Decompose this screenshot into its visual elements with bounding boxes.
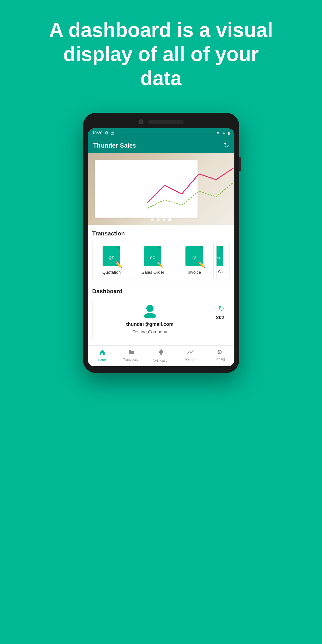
cash-icon-wrap: CA <box>216 246 230 266</box>
dot-4-active[interactable] <box>168 218 171 222</box>
signal-icon: ▲ <box>222 131 226 136</box>
sales-order-code: SO <box>150 256 156 260</box>
dashboard-right: ↻ 202 <box>207 304 224 320</box>
status-time: 10:26 <box>92 131 103 136</box>
phone-mockup: 10:26 ⚙ ◎ ▼ ▲ ▮ Thunder Sales ↻ <box>83 113 239 373</box>
svg-point-5 <box>160 354 162 355</box>
invoice-code: IV <box>192 256 196 260</box>
invoice-label: Invoice <box>188 270 201 275</box>
app-title: Thunder Sales <box>93 142 136 149</box>
speaker-grille <box>148 120 184 124</box>
invoice-icon-wrap: IV ✏️ <box>185 246 203 266</box>
pencil-icon-invoice: ✏️ <box>198 261 205 268</box>
cash-code: CA <box>217 256 221 260</box>
sales-order-label: Sales Order <box>142 270 164 275</box>
dashboard-company: Testing Company <box>132 330 167 334</box>
banner-carousel[interactable] <box>88 153 234 225</box>
nav-item-setting[interactable]: ⚙ Setting <box>205 349 234 362</box>
sales-order-icon-wrap: SO ✏️ <box>144 246 162 266</box>
pencil-icon-quotation: ✏️ <box>115 261 122 268</box>
settings-icon: ⚙ <box>217 349 222 356</box>
dashboard-section: Dashboard thunder@gmail.com Te <box>88 282 234 346</box>
hero-title: A dashboard is a visual display of all o… <box>45 18 277 90</box>
transaction-section: Transaction QT ✏️ Quotation <box>88 225 234 282</box>
svg-rect-4 <box>161 349 162 350</box>
nav-item-transaction[interactable]: Transaction <box>117 349 146 362</box>
bottom-nav: Home Transaction <box>88 346 234 366</box>
home-icon <box>99 349 105 357</box>
transaction-title: Transaction <box>92 230 230 237</box>
nav-item-report[interactable]: Report <box>176 349 205 362</box>
folder-icon <box>128 349 135 356</box>
background-bottom <box>0 373 322 644</box>
quotation-icon-wrap: QT ✏️ <box>103 246 120 266</box>
dashboard-title: Dashboard <box>92 288 230 295</box>
dot-3[interactable] <box>162 218 166 222</box>
quotation-label: Quotation <box>102 270 121 275</box>
svg-point-0 <box>146 305 154 312</box>
status-bar: 10:26 ⚙ ◎ ▼ ▲ ▮ <box>88 128 234 138</box>
svg-rect-3 <box>160 353 162 354</box>
nav-item-notification[interactable]: Notification <box>146 349 176 362</box>
phone-top-bar <box>88 120 234 124</box>
nav-item-home[interactable]: Home <box>88 349 117 362</box>
phone-body: 10:26 ⚙ ◎ ▼ ▲ ▮ Thunder Sales ↻ <box>83 113 239 373</box>
nav-label-home: Home <box>98 358 107 362</box>
power-button <box>239 158 241 171</box>
nav-label-setting: Setting <box>215 357 225 361</box>
gear-icon: ⚙ <box>105 130 108 136</box>
transaction-item-cash[interactable]: CA Cas… <box>216 241 230 280</box>
sync-icon[interactable]: ↻ <box>218 304 224 313</box>
refresh-icon[interactable]: ↻ <box>224 142 229 149</box>
battery-icon: ▮ <box>228 130 230 136</box>
status-left: 10:26 ⚙ ◎ <box>92 130 114 136</box>
phone-screen: 10:26 ⚙ ◎ ▼ ▲ ▮ Thunder Sales ↻ <box>88 128 234 366</box>
hero-section: A dashboard is a visual display of all o… <box>0 0 322 104</box>
dot-2[interactable] <box>157 218 160 222</box>
dashboard-left: thunder@gmail.com Testing Company <box>98 304 202 334</box>
transaction-item-invoice[interactable]: IV ✏️ Invoice <box>175 241 214 280</box>
transaction-grid: QT ✏️ Quotation SO <box>92 241 230 280</box>
wifi-icon: ▼ <box>216 131 220 136</box>
line-chart-overlay <box>146 157 234 214</box>
cash-label: Cas… <box>218 270 228 274</box>
nav-label-notification: Notification <box>153 358 169 362</box>
status-right: ▼ ▲ ▮ <box>216 130 230 136</box>
quotation-code: QT <box>109 256 114 260</box>
avatar-icon <box>143 304 157 318</box>
bell-icon <box>158 349 164 357</box>
dot-1[interactable] <box>151 218 154 222</box>
content-area: Transaction QT ✏️ Quotation <box>88 225 234 366</box>
dashboard-card[interactable]: thunder@gmail.com Testing Company ↻ 202 <box>92 299 230 340</box>
cash-doc-icon: CA <box>216 246 223 266</box>
transaction-item-sales-order[interactable]: SO ✏️ Sales Order <box>134 241 172 280</box>
front-camera <box>139 120 143 124</box>
nav-label-report: Report <box>185 357 195 361</box>
pencil-icon-sales-order: ✏️ <box>156 261 164 268</box>
nav-label-transaction: Transaction <box>123 358 140 361</box>
svg-rect-2 <box>129 350 134 354</box>
carousel-dots <box>88 218 234 222</box>
transaction-item-quotation[interactable]: QT ✏️ Quotation <box>92 241 131 280</box>
circle-icon: ◎ <box>111 130 114 136</box>
dashboard-email: thunder@gmail.com <box>126 321 173 327</box>
app-bar: Thunder Sales ↻ <box>88 138 234 153</box>
dashboard-year: 202 <box>216 314 224 320</box>
chart-icon <box>187 349 194 356</box>
svg-point-1 <box>144 313 156 318</box>
